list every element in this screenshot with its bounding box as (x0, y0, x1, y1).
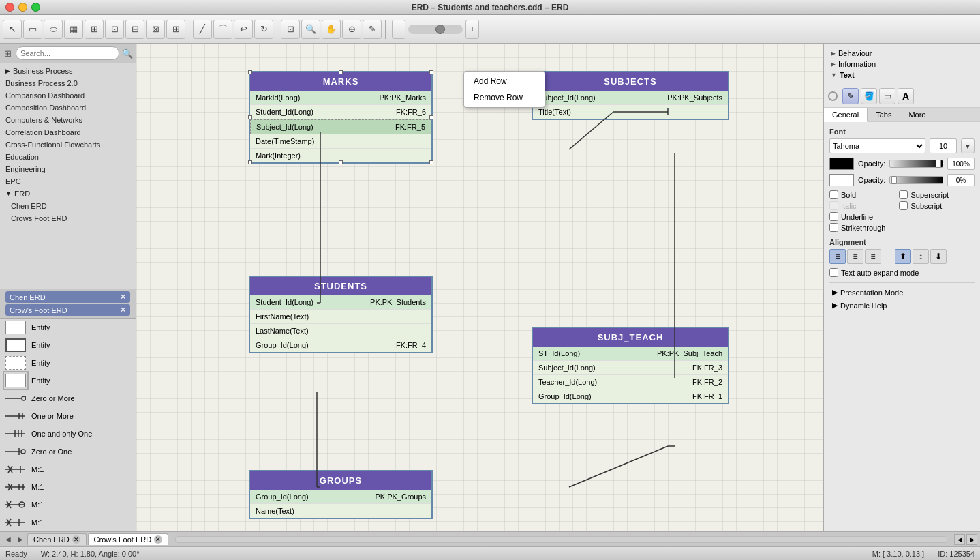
tab-crows-close[interactable]: ✕ (154, 535, 162, 544)
valign-bottom[interactable]: ⬇ (930, 249, 947, 264)
handle-tm[interactable] (339, 70, 343, 74)
nav-item-correlation[interactable]: Correlation Dashboard (0, 126, 136, 138)
pen-tool[interactable]: ✎ (363, 20, 382, 39)
active-tab-crows[interactable]: Crow's Foot ERD ✕ (5, 304, 130, 316)
context-remove-row[interactable]: Remove Row (464, 89, 545, 106)
font-size-input[interactable] (930, 138, 957, 153)
tab-chen-close[interactable]: ✕ (72, 535, 80, 544)
subj-teach-row-teacherid[interactable]: Teacher_Id(Long) FK:FR_2 (533, 375, 728, 389)
dynamic-help-item[interactable]: ▶ Dynamic Help (829, 299, 975, 312)
students-row-groupid[interactable]: Group_Id(Long) FK:FR_4 (250, 338, 431, 352)
tool5[interactable]: ⊞ (85, 20, 104, 39)
handle-br[interactable] (429, 160, 433, 164)
minimize-btn[interactable] (18, 3, 27, 12)
shape-m1-c[interactable]: M:1 (0, 496, 136, 514)
color-swatch-2[interactable] (829, 174, 854, 186)
groups-row-name[interactable]: Name(Text) (250, 504, 431, 518)
panel-pen-btn[interactable]: ✎ (842, 88, 859, 104)
tool8[interactable]: ⊠ (146, 20, 165, 39)
shape-m1-d[interactable]: M:1 (0, 514, 136, 531)
zoom-in-tool[interactable]: 🔍 (301, 20, 320, 39)
tool6[interactable]: ⊡ (105, 20, 124, 39)
maximize-btn[interactable] (31, 3, 40, 12)
zoom-fit[interactable]: ⊡ (281, 20, 300, 39)
font-size-up[interactable]: ▼ (961, 138, 975, 153)
zoom-out-btn[interactable]: − (392, 20, 405, 39)
select-tool[interactable]: ↖ (3, 20, 22, 39)
students-row-lastname[interactable]: LastName(Text) (250, 324, 431, 338)
subj-teach-row-subjectid[interactable]: Subject_Id(Long) FK:FR_3 (533, 361, 728, 375)
connect-tool[interactable]: ⊕ (342, 20, 361, 39)
nav-item-education[interactable]: Education (0, 151, 136, 163)
hand-tool[interactable]: ✋ (322, 20, 341, 39)
nav-item-crossfunctional[interactable]: Cross-Functional Flowcharts (0, 138, 136, 151)
handle-ml[interactable] (248, 115, 252, 119)
tool9[interactable]: ⊞ (166, 20, 185, 39)
shape-entity-4[interactable]: Entity (0, 372, 136, 389)
nav-item-chen-erd[interactable]: Chen ERD (0, 200, 136, 212)
shape-entity-3[interactable]: Entity (0, 354, 136, 372)
active-tab-chen[interactable]: Chen ERD ✕ (5, 291, 130, 303)
underline-checkbox[interactable] (829, 212, 838, 221)
nav-item-crows-foot-erd[interactable]: Crows Foot ERD (0, 212, 136, 224)
zoom-slider[interactable] (408, 25, 463, 34)
handle-tr[interactable] (429, 70, 433, 74)
nav-item-epc[interactable]: EPC (0, 175, 136, 188)
tool7[interactable]: ⊟ (125, 20, 144, 39)
tab-crows-foot-erd[interactable]: Crow's Foot ERD ✕ (88, 533, 169, 545)
panel-tab-more[interactable]: More (900, 108, 934, 121)
nav-item-composition[interactable]: Composition Dashboard (0, 102, 136, 114)
panel-tab-general[interactable]: General (824, 108, 868, 122)
presentation-mode-item[interactable]: ▶ Presentation Mode (829, 286, 975, 299)
valign-top[interactable]: ⬆ (895, 249, 911, 264)
undo-tool[interactable]: ↩ (234, 20, 253, 39)
close-crows-tab[interactable]: ✕ (120, 306, 126, 314)
shape-one-only[interactable]: One and only One (0, 425, 136, 443)
panel-tab-tabs[interactable]: Tabs (868, 108, 900, 121)
align-right[interactable]: ≡ (865, 249, 881, 264)
handle-bm[interactable] (339, 160, 343, 164)
table-marks[interactable]: MARKS MarkId(Long) PK:PK_Marks Student_I… (249, 71, 433, 164)
table-subjects[interactable]: SUBJECTS Subject_Id(Long) PK:PK_Subjects… (532, 71, 729, 120)
shape-m1-a[interactable]: M:1 (0, 460, 136, 478)
marks-row-studentid[interactable]: Student_Id(Long) FK:FR_6 (250, 105, 431, 119)
connector-tool[interactable]: ╱ (193, 20, 212, 39)
panel-border-btn[interactable]: ▭ (879, 88, 895, 104)
subj-teach-row-groupid[interactable]: Group_Id(Long) FK:FR_1 (533, 389, 728, 403)
students-row-firstname[interactable]: FirstName(Text) (250, 310, 431, 324)
opacity-slider-2[interactable] (889, 176, 943, 184)
nav-item-engineering[interactable]: Engineering (0, 163, 136, 175)
tree-item-information[interactable]: ▶ Information (828, 59, 976, 70)
canvas-area[interactable]: Add Row Remove Row MARKS MarkId(Long) PK… (136, 44, 823, 531)
subjects-row-title[interactable]: Title(Text) (533, 105, 728, 119)
auto-expand-checkbox[interactable] (829, 268, 838, 277)
handle-bl[interactable] (248, 160, 252, 164)
shape-one-more[interactable]: One or More (0, 407, 136, 425)
tree-item-behaviour[interactable]: ▶ Behaviour (828, 48, 976, 59)
table-subj-teach[interactable]: SUBJ_TEACH ST_Id(Long) PK:PK_Subj_Teach … (532, 327, 729, 404)
context-add-row[interactable]: Add Row (464, 73, 545, 89)
redo-tool[interactable]: ↻ (254, 20, 273, 39)
scroll-left[interactable]: ◀ (954, 534, 965, 545)
opacity-slider-1[interactable] (889, 160, 943, 168)
nav-item-business-process2[interactable]: Business Process 2.0 (0, 77, 136, 89)
shape-m1-b[interactable]: M:1 (0, 478, 136, 496)
bold-checkbox[interactable] (829, 190, 838, 199)
nav-item-erd[interactable]: ▼ ERD (0, 188, 136, 200)
h-scrollbar[interactable] (175, 536, 947, 543)
ellipse-tool[interactable]: ⬭ (44, 20, 63, 39)
valign-middle[interactable]: ↕ (913, 249, 929, 264)
groups-row-groupid[interactable]: Group_Id(Long) PK:PK_Groups (250, 490, 431, 504)
tab-nav-next[interactable]: ▶ (15, 534, 26, 545)
marks-row-subjectid[interactable]: Subject_Id(Long) FK:FR_5 (250, 119, 431, 134)
align-center[interactable]: ≡ (847, 249, 863, 264)
tab-nav-prev[interactable]: ◀ (3, 534, 14, 545)
handle-mr[interactable] (429, 115, 433, 119)
subscript-checkbox[interactable] (899, 201, 908, 210)
nav-item-business-process[interactable]: ▶ Business Process (0, 65, 136, 77)
sidebar-search-btn[interactable]: 🔍 (122, 46, 133, 60)
table-tool[interactable]: ▦ (64, 20, 83, 39)
tab-chen-erd[interactable]: Chen ERD ✕ (27, 533, 87, 545)
panel-fill-btn[interactable]: 🪣 (861, 88, 877, 104)
shape-entity-1[interactable]: Entity (0, 319, 136, 336)
